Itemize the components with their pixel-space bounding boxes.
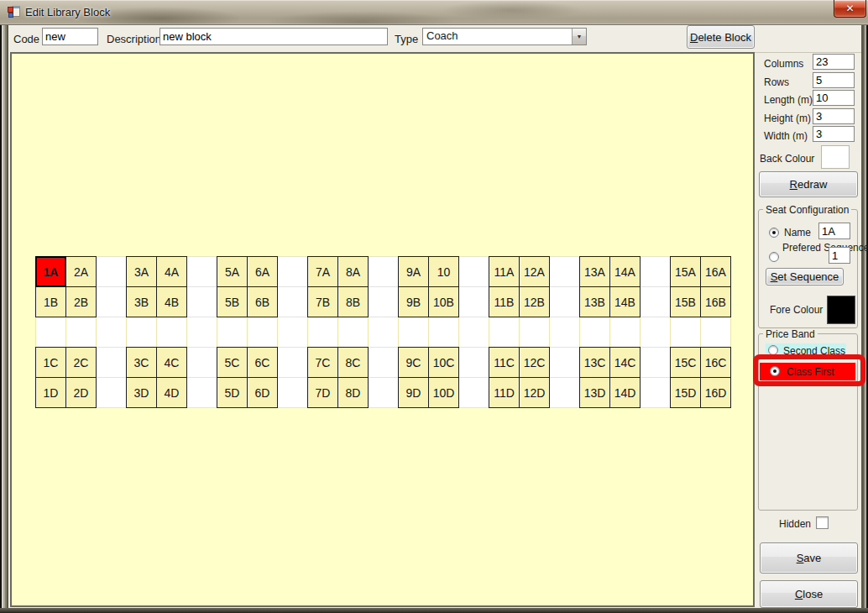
seat[interactable]: 7C (307, 347, 338, 378)
seat[interactable]: 13D (579, 377, 610, 408)
seat[interactable]: 16A (700, 256, 731, 287)
seat[interactable]: 2A (65, 256, 97, 287)
seat[interactable]: 5D (217, 377, 248, 408)
seat[interactable]: 4B (156, 286, 187, 317)
seat[interactable]: 15D (670, 377, 701, 408)
seat[interactable]: 16D (700, 377, 731, 408)
redraw-button[interactable]: Redraw (759, 171, 858, 197)
code-input[interactable] (42, 28, 98, 45)
description-input[interactable] (159, 28, 388, 45)
fore-colour-label: Fore Colour (770, 304, 823, 316)
class-first-radio[interactable] (770, 366, 780, 376)
title-bar[interactable]: Edit Library Block ✕ (0, 0, 868, 25)
seat[interactable]: 7D (307, 377, 338, 408)
seat[interactable]: 13A (579, 256, 610, 287)
seat[interactable]: 7A (307, 256, 338, 287)
length-input[interactable] (813, 90, 855, 106)
seat[interactable]: 9A (398, 256, 429, 287)
seat[interactable]: 14D (609, 377, 641, 408)
seat[interactable]: 13B (579, 286, 610, 317)
seat[interactable]: 12A (519, 256, 550, 287)
width-label: Width (m) (764, 130, 808, 142)
seat[interactable]: 9B (398, 286, 429, 317)
close-button[interactable]: ✕ (834, 0, 866, 18)
prefered-sequence-input[interactable] (829, 247, 850, 264)
seat[interactable]: 3A (126, 256, 157, 287)
close-form-button[interactable]: Close (760, 580, 858, 608)
seat[interactable]: 11D (489, 377, 520, 408)
delete-block-button[interactable]: Delete Block (687, 25, 755, 49)
price-band-option-class-first[interactable]: Class First (760, 363, 855, 380)
seat[interactable]: 9C (398, 347, 429, 378)
seat[interactable]: 9D (398, 377, 429, 408)
seat[interactable]: 3D (126, 377, 157, 408)
seat[interactable]: 2B (65, 286, 97, 317)
name-radio[interactable] (769, 228, 779, 238)
seat[interactable]: 4A (156, 256, 187, 287)
seat[interactable]: 14A (609, 256, 641, 287)
seat[interactable]: 15B (670, 286, 701, 317)
height-input[interactable] (813, 108, 855, 124)
seat[interactable]: 1C (35, 347, 66, 378)
seat[interactable]: 16B (700, 286, 731, 317)
seat[interactable]: 2D (65, 377, 97, 408)
seat[interactable]: 10D (428, 377, 459, 408)
type-dropdown-value: Coach (423, 29, 572, 45)
prefered-sequence-label: Prefered Sequence (782, 243, 829, 254)
seat[interactable]: 8D (337, 377, 369, 408)
seat[interactable]: 6B (247, 286, 278, 317)
seat[interactable]: 12D (519, 377, 550, 408)
width-input[interactable] (813, 126, 855, 142)
hidden-checkbox[interactable] (816, 516, 829, 529)
seat[interactable]: 8A (337, 256, 369, 287)
seat[interactable]: 13C (579, 347, 610, 378)
description-label: Description (107, 33, 161, 45)
seat[interactable]: 15A (670, 256, 701, 287)
seat[interactable]: 10 (428, 256, 459, 287)
save-button[interactable]: Save (760, 542, 858, 574)
seat[interactable]: 10C (428, 347, 459, 378)
type-dropdown[interactable]: Coach ▼ (422, 28, 587, 45)
seat[interactable]: 11C (489, 347, 520, 378)
seat[interactable]: 11A (489, 256, 520, 287)
seat[interactable]: 6C (247, 347, 278, 378)
seat[interactable]: 15C (670, 347, 701, 378)
seat[interactable]: 4D (156, 377, 187, 408)
seat[interactable]: 5C (217, 347, 248, 378)
height-label: Height (m) (764, 113, 811, 124)
price-band-title: Price Band (763, 328, 818, 340)
seat-selected[interactable]: 1A (35, 256, 66, 287)
seat[interactable]: 8C (337, 347, 369, 378)
chevron-down-icon[interactable]: ▼ (572, 29, 586, 45)
seat[interactable]: 6D (247, 377, 278, 408)
seat[interactable]: 10B (428, 286, 459, 317)
price-band-option-second-class[interactable]: Second Class (766, 343, 846, 358)
prefered-sequence-radio[interactable] (769, 252, 779, 262)
second-class-radio[interactable] (768, 345, 778, 355)
back-colour-swatch[interactable] (821, 145, 850, 169)
seat[interactable]: 5A (217, 256, 248, 287)
seat[interactable]: 3B (126, 286, 157, 317)
seat[interactable]: 11B (489, 286, 520, 317)
seat[interactable]: 12B (519, 286, 550, 317)
seat[interactable]: 7B (307, 286, 338, 317)
rows-input[interactable] (813, 72, 855, 88)
seat[interactable]: 6A (247, 256, 278, 287)
fore-colour-swatch[interactable] (827, 296, 855, 324)
seat[interactable]: 3C (126, 347, 157, 378)
seat[interactable]: 4C (156, 347, 187, 378)
seat[interactable]: 14B (609, 286, 641, 317)
name-input[interactable] (818, 223, 850, 239)
seat[interactable]: 16C (700, 347, 731, 378)
seat[interactable]: 8B (337, 286, 369, 317)
seat[interactable]: 1B (35, 286, 66, 317)
seat[interactable]: 1D (35, 377, 66, 408)
seat[interactable]: 12C (519, 347, 550, 378)
set-sequence-button[interactable]: Set Sequence (766, 268, 844, 286)
seat[interactable]: 14C (609, 347, 641, 378)
window-frame-left (0, 25, 8, 608)
seat[interactable]: 2C (65, 347, 97, 378)
window-frame-bottom (0, 608, 868, 613)
columns-input[interactable] (813, 54, 855, 70)
seat[interactable]: 5B (217, 286, 248, 317)
